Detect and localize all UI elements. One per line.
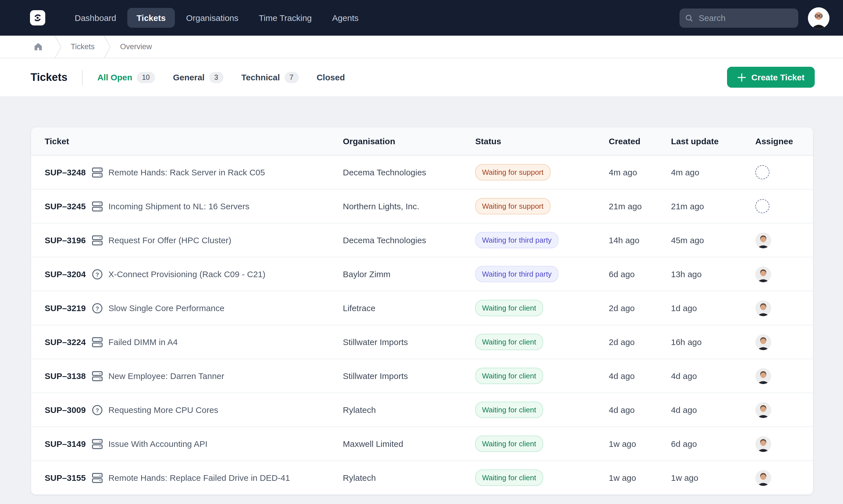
app-logo[interactable] — [30, 10, 45, 25]
assignee-cell — [742, 359, 813, 393]
top-nav-bar: DashboardTicketsOrganisationsTime Tracki… — [0, 0, 843, 36]
last-update-cell: 4m ago — [658, 156, 742, 189]
ticket-cell: SUP–3219 ? Slow Single Core Performance — [31, 291, 329, 325]
nav-item-dashboard[interactable]: Dashboard — [66, 8, 125, 28]
organisation-cell: Lifetrace — [329, 291, 462, 325]
created-cell: 1w ago — [595, 461, 658, 494]
ticket-id: SUP–3248 — [45, 167, 86, 177]
nav-item-time-tracking[interactable]: Time Tracking — [250, 8, 321, 28]
tab-label: Closed — [317, 72, 345, 82]
nav-item-tickets[interactable]: Tickets — [128, 8, 175, 28]
ticket-row[interactable]: SUP–3196 Request For Offer (HPC Cluster)… — [31, 223, 813, 257]
breadcrumb: Tickets Overview — [0, 36, 843, 58]
ticket-row[interactable]: SUP–3149 Issue With Accounting APIMaxwel… — [31, 427, 813, 461]
tab-closed[interactable]: Closed — [317, 72, 345, 82]
ticket-filter-tabs: All Open10General3Technical7Closed — [97, 72, 345, 83]
tab-general[interactable]: General3 — [173, 72, 223, 83]
assignee-avatar — [755, 232, 771, 248]
ticket-row[interactable]: SUP–3245 Incoming Shipment to NL: 16 Ser… — [31, 190, 813, 223]
status-badge: Waiting for client — [475, 435, 543, 452]
status-cell: Waiting for client — [462, 325, 595, 359]
ticket-id: SUP–3204 — [45, 269, 86, 279]
column-header-created: Created — [595, 127, 658, 155]
organisation-cell: Stillwater Imports — [329, 359, 462, 393]
content-area: TicketOrganisationStatusCreatedLast upda… — [0, 96, 843, 495]
search-input[interactable] — [698, 13, 793, 23]
ticket-id: SUP–3224 — [45, 337, 86, 347]
column-header-last-update: Last update — [658, 127, 742, 155]
organisation-cell: Rylatech — [329, 461, 462, 494]
server-icon — [91, 234, 103, 246]
ticket-title: Failed DIMM in A4 — [108, 337, 178, 347]
assignee-cell — [742, 393, 813, 427]
search-icon — [685, 13, 693, 22]
status-cell: Waiting for client — [462, 393, 595, 427]
breadcrumb-separator-icon — [54, 35, 62, 58]
ticket-row[interactable]: SUP–3248 Remote Hands: Rack Server in Ra… — [31, 156, 813, 190]
ticket-row[interactable]: SUP–3138 New Employee: Darren TannerStil… — [31, 359, 813, 393]
breadcrumb-tickets[interactable]: Tickets — [71, 42, 95, 51]
assignee-avatar — [755, 470, 771, 486]
assignee-avatar — [755, 436, 771, 452]
status-cell: Waiting for client — [462, 461, 595, 494]
created-cell: 4d ago — [595, 393, 658, 427]
ticket-title: Remote Hands: Rack Server in Rack C05 — [108, 167, 265, 177]
breadcrumb-overview[interactable]: Overview — [120, 42, 152, 51]
tab-count-badge: 7 — [284, 72, 299, 83]
ticket-row[interactable]: SUP–3009 ? Requesting More CPU CoresRyla… — [31, 393, 813, 427]
ticket-title: Request For Offer (HPC Cluster) — [108, 235, 231, 245]
created-cell: 6d ago — [595, 257, 658, 291]
create-ticket-label: Create Ticket — [751, 72, 805, 82]
last-update-cell: 45m ago — [658, 223, 742, 257]
created-cell: 4d ago — [595, 359, 658, 393]
organisation-cell: Decema Technologies — [329, 156, 462, 189]
tab-technical[interactable]: Technical7 — [241, 72, 299, 83]
last-update-cell: 21m ago — [658, 190, 742, 223]
ticket-row[interactable]: SUP–3224 Failed DIMM in A4Stillwater Imp… — [31, 325, 813, 359]
status-cell: Waiting for third party — [462, 257, 595, 291]
assignee-cell — [742, 427, 813, 461]
ticket-cell: SUP–3009 ? Requesting More CPU Cores — [31, 393, 329, 427]
ticket-row[interactable]: SUP–3204 ? X-Connect Provisioning (Rack … — [31, 257, 813, 291]
ticket-title: New Employee: Darren Tanner — [108, 371, 224, 381]
organisation-cell: Baylor Zimm — [329, 257, 462, 291]
home-icon[interactable] — [33, 42, 43, 52]
tab-count-badge: 3 — [209, 72, 223, 83]
ticket-cell: SUP–3196 Request For Offer (HPC Cluster) — [31, 223, 329, 257]
status-badge: Waiting for client — [475, 469, 543, 486]
user-avatar[interactable] — [808, 7, 829, 29]
nav-item-organisations[interactable]: Organisations — [177, 8, 248, 28]
status-badge: Waiting for support — [475, 198, 550, 214]
ticket-row[interactable]: SUP–3155 Remote Hands: Replace Failed Dr… — [31, 461, 813, 494]
last-update-cell: 16h ago — [658, 325, 742, 359]
ticket-id: SUP–3245 — [45, 201, 86, 211]
tab-all-open[interactable]: All Open10 — [97, 72, 155, 83]
ticket-cell: SUP–3155 Remote Hands: Replace Failed Dr… — [31, 461, 329, 494]
tab-label: All Open — [97, 72, 132, 82]
tab-label: Technical — [241, 72, 280, 82]
ticket-cell: SUP–3224 Failed DIMM in A4 — [31, 325, 329, 359]
nav-item-agents[interactable]: Agents — [323, 8, 367, 28]
svg-text:?: ? — [95, 271, 99, 277]
status-badge: Waiting for support — [475, 164, 550, 180]
server-icon — [91, 336, 103, 347]
status-badge: Waiting for client — [475, 334, 543, 350]
ticket-cell: SUP–3204 ? X-Connect Provisioning (Rack … — [31, 257, 329, 291]
ticket-row[interactable]: SUP–3219 ? Slow Single Core PerformanceL… — [31, 291, 813, 325]
status-badge: Waiting for client — [475, 368, 543, 384]
search-box[interactable] — [680, 8, 798, 28]
status-badge: Waiting for client — [475, 300, 543, 316]
create-ticket-button[interactable]: Create Ticket — [727, 67, 815, 88]
assignee-avatar — [755, 266, 771, 282]
server-icon — [91, 200, 103, 212]
status-cell: Waiting for client — [462, 291, 595, 325]
last-update-cell: 13h ago — [658, 257, 742, 291]
created-cell: 14h ago — [595, 223, 658, 257]
ticket-cell: SUP–3248 Remote Hands: Rack Server in Ra… — [31, 156, 329, 189]
status-cell: Waiting for support — [462, 190, 595, 223]
status-badge: Waiting for third party — [475, 266, 558, 282]
question-icon: ? — [91, 404, 103, 415]
assignee-cell — [742, 156, 813, 189]
plus-icon — [737, 73, 746, 82]
status-cell: Waiting for client — [462, 427, 595, 461]
